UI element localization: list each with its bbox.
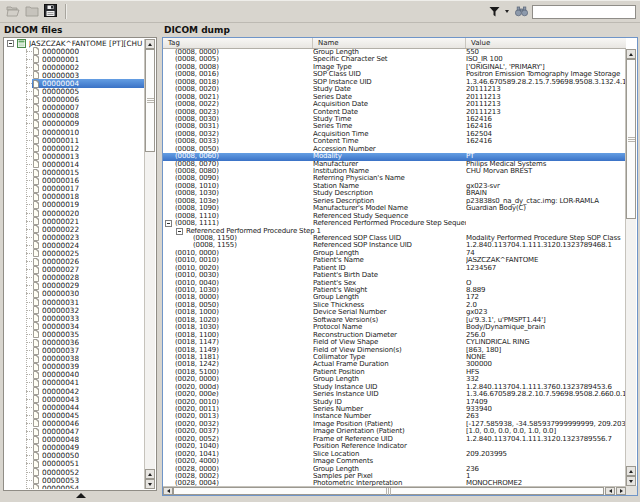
column-header-value[interactable]: Value: [466, 38, 626, 48]
tree-item-body[interactable]: 00000020: [32, 209, 144, 217]
tree-item[interactable]: 00000051: [5, 460, 144, 468]
collapse-expander-icon[interactable]: [176, 228, 183, 235]
tree-item[interactable]: 00000027: [5, 266, 144, 274]
tree-item[interactable]: 00000026: [5, 258, 144, 266]
tree-item[interactable]: 00000047: [5, 428, 144, 436]
tree-item[interactable]: 00000038: [5, 355, 144, 363]
folder-button[interactable]: [23, 3, 40, 20]
tree-item[interactable]: 00000030: [5, 290, 144, 298]
tree-item-body[interactable]: 00000007: [32, 104, 144, 112]
tree-item[interactable]: 00000007: [5, 104, 144, 112]
tree-item[interactable]: 00000046: [5, 419, 144, 427]
dump-row[interactable]: (0008, 1030)Study DescriptionBRAIN: [163, 190, 626, 197]
search-input[interactable]: [532, 5, 636, 19]
scroll-right-button[interactable]: [616, 487, 626, 495]
dump-row[interactable]: (0008, 0070)ManufacturerPhilips Medical …: [163, 161, 626, 168]
dump-row[interactable]: (0018, 1100)Reconstruction Diameter256.0: [163, 332, 626, 339]
tree-item[interactable]: 00000041: [5, 379, 144, 387]
collapse-expander-icon[interactable]: [7, 40, 14, 47]
files-vertical-scrollbar[interactable]: [144, 39, 155, 489]
tree-item[interactable]: 00000004: [5, 79, 144, 87]
find-button[interactable]: [513, 3, 530, 20]
tree-item[interactable]: 00000054: [5, 484, 144, 489]
dump-row[interactable]: (0008, 0031)Series Time162416: [163, 123, 626, 130]
tree-item[interactable]: 00000017: [5, 185, 144, 193]
tree-item-body[interactable]: 00000029: [32, 282, 144, 290]
tree-item[interactable]: 00000001: [5, 55, 144, 63]
tree-item[interactable]: 00000018: [5, 193, 144, 201]
tree-item[interactable]: 00000045: [5, 411, 144, 419]
tree-item[interactable]: 00000015: [5, 169, 144, 177]
tree-item[interactable]: 00000014: [5, 160, 144, 168]
tree-item-body[interactable]: 00000045: [32, 411, 144, 419]
tree-item[interactable]: 00000028: [5, 274, 144, 282]
tree-item-body[interactable]: 00000014: [32, 160, 144, 168]
dump-row[interactable]: (0008, 0030)Study Time162416: [163, 116, 626, 123]
save-button[interactable]: [42, 3, 59, 20]
scroll-up-button[interactable]: [145, 39, 155, 49]
tree-item-body[interactable]: 00000031: [32, 298, 144, 306]
filter-dropdown-caret[interactable]: [505, 10, 509, 13]
dump-row[interactable]: (0008, 1090)Manufacturer's Model NameGua…: [163, 205, 626, 212]
dump-row[interactable]: (0010, 1030)Patient's Weight8.889: [163, 287, 626, 294]
dump-row[interactable]: (0020, 0052)Frame of Reference UID1.2.84…: [163, 436, 626, 443]
tree-item-body[interactable]: 00000052: [32, 468, 144, 476]
tree-item-body[interactable]: 00000027: [32, 266, 144, 274]
tree-item-body[interactable]: 00000050: [32, 452, 144, 460]
tree-item-body[interactable]: 00000042: [32, 387, 144, 395]
dump-row[interactable]: (0020, 1041)Slice Location209.203995: [163, 451, 626, 458]
dump-row[interactable]: (0018, 0050)Slice Thickness2.0: [163, 302, 626, 309]
dump-row[interactable]: (0020, 0010)Study ID17409: [163, 399, 626, 406]
dump-row[interactable]: (0008, 0023)Content Date20111213: [163, 109, 626, 116]
dump-row[interactable]: (0008, 1150)Referenced SOP Class UIDModa…: [163, 235, 626, 242]
tree-item[interactable]: 00000006: [5, 96, 144, 104]
dump-hscrollbar-thumb[interactable]: [173, 487, 604, 495]
tree-item-body[interactable]: 00000019: [32, 201, 144, 209]
tree-item[interactable]: 00000013: [5, 152, 144, 160]
tree-item-body[interactable]: 00000047: [32, 428, 144, 436]
tree-item[interactable]: 00000037: [5, 347, 144, 355]
tree-item[interactable]: 00000016: [5, 177, 144, 185]
scroll-left-button[interactable]: [163, 487, 173, 495]
dump-row[interactable]: (0018, 1242)Actual Frame Duration300000: [163, 361, 626, 368]
tree-item-body[interactable]: 00000003: [32, 71, 144, 79]
tree-item[interactable]: 00000049: [5, 444, 144, 452]
tree-item[interactable]: 00000025: [5, 249, 144, 257]
dump-scroll-up-button[interactable]: [626, 49, 636, 59]
tree-item[interactable]: 00000019: [5, 201, 144, 209]
dump-row[interactable]: (0008, 1010)Station Namegx023-svr: [163, 183, 626, 190]
tree-item-body[interactable]: 00000054: [32, 484, 144, 489]
tree-item-body[interactable]: 00000022: [32, 225, 144, 233]
tree-item[interactable]: 00000009: [5, 120, 144, 128]
dump-row[interactable]: (0008, 0032)Acquisition Time162504: [163, 131, 626, 138]
dump-row[interactable]: (0020, 0032)Image Position (Patient)[-12…: [163, 421, 626, 428]
tree-item[interactable]: 00000024: [5, 241, 144, 249]
dump-scrollbar-thumb[interactable]: [626, 59, 636, 219]
dump-row[interactable]: (0008, 0060)ModalityPT: [163, 153, 626, 160]
tree-item-body[interactable]: 00000013: [32, 152, 144, 160]
tree-item[interactable]: 00000036: [5, 338, 144, 346]
dump-row[interactable]: (0020, 0013)Instance Number263: [163, 413, 626, 420]
tree-item-body[interactable]: 00000030: [32, 290, 144, 298]
dump-row[interactable]: (0008, 0090)Referring Physician's Name: [163, 175, 626, 182]
tree-item[interactable]: 00000052: [5, 468, 144, 476]
dump-row[interactable]: (0018, 1000)Device Serial Numbergx023: [163, 309, 626, 316]
dump-row[interactable]: (0020, 000d)Study Instance UID1.2.840.11…: [163, 384, 626, 391]
dump-row[interactable]: Referenced Performed Procedure Step 1: [163, 228, 626, 235]
tree-item[interactable]: 00000042: [5, 387, 144, 395]
collapse-expander-icon[interactable]: [165, 220, 172, 227]
tree-item-body[interactable]: 00000049: [32, 444, 144, 452]
tree-item[interactable]: 00000032: [5, 306, 144, 314]
dump-row[interactable]: (0020, 0000)Group Length332: [163, 376, 626, 383]
scroll-down-button[interactable]: [145, 479, 155, 489]
tree-item-body[interactable]: 00000002: [32, 63, 144, 71]
tree-item-body[interactable]: 00000043: [32, 395, 144, 403]
dump-row[interactable]: (0008, 103e)Series Descriptionp23838s0_n…: [163, 198, 626, 205]
dump-row[interactable]: (0018, 1181)Collimator TypeNONE: [163, 354, 626, 361]
scroll-left-button-2[interactable]: [605, 487, 615, 495]
dump-row[interactable]: (0008, 0005)Specific Character SetISO_IR…: [163, 56, 626, 63]
dump-row[interactable]: (0010, 0010)Patient's NameJASZCZAK^FANTO…: [163, 257, 626, 264]
tree-item-body[interactable]: 00000053: [32, 476, 144, 484]
dump-row[interactable]: (0008, 1110)Referenced Study Sequence: [163, 213, 626, 220]
tree-item[interactable]: 00000002: [5, 63, 144, 71]
